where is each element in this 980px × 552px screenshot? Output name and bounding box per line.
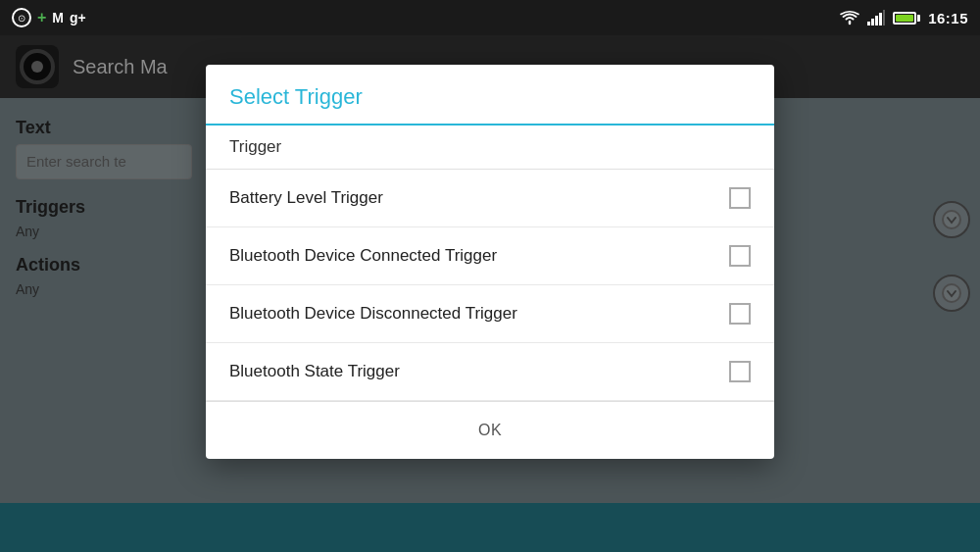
trigger-label-1: Bluetooth Device Connected Trigger [229, 246, 497, 266]
gplus-icon: g+ [70, 10, 86, 25]
trigger-checkbox-1[interactable] [729, 245, 751, 267]
status-bar: ⊙ + M g+ 16:15 [0, 0, 980, 35]
clock-icon: ⊙ [12, 8, 31, 27]
battery-icon [893, 12, 920, 25]
wifi-icon [840, 10, 859, 25]
status-right-icons: 16:15 [840, 10, 968, 26]
status-time: 16:15 [928, 10, 968, 26]
plus-icon: + [37, 9, 46, 26]
trigger-item-3[interactable]: Bluetooth State Trigger [206, 343, 774, 401]
select-trigger-dialog: Select Trigger Trigger Battery Level Tri… [206, 65, 774, 459]
trigger-checkbox-3[interactable] [729, 361, 751, 382]
app-screen: Search Ma Text Enter search te Triggers … [0, 35, 980, 552]
trigger-label-0: Battery Level Trigger [229, 188, 383, 208]
trigger-item-0[interactable]: Battery Level Trigger [206, 170, 774, 227]
dialog-footer: OK [206, 401, 774, 459]
trigger-checkbox-0[interactable] [729, 187, 751, 209]
svg-rect-0 [867, 22, 870, 25]
trigger-item-1[interactable]: Bluetooth Device Connected Trigger [206, 227, 774, 285]
ok-button[interactable]: OK [455, 414, 525, 447]
svg-rect-4 [883, 10, 885, 25]
trigger-label-3: Bluetooth State Trigger [229, 362, 400, 381]
trigger-item-2[interactable]: Bluetooth Device Disconnected Trigger [206, 285, 774, 343]
status-left-icons: ⊙ + M g+ [12, 8, 86, 27]
trigger-label-2: Bluetooth Device Disconnected Trigger [229, 304, 517, 324]
signal-icon [867, 10, 885, 25]
svg-rect-2 [875, 16, 878, 25]
trigger-checkbox-2[interactable] [729, 303, 751, 325]
svg-rect-3 [879, 13, 882, 25]
dialog-column-header: Trigger [206, 125, 774, 170]
svg-rect-1 [871, 19, 874, 25]
dialog-title: Select Trigger [206, 65, 774, 125]
gmail-icon: M [52, 10, 64, 25]
